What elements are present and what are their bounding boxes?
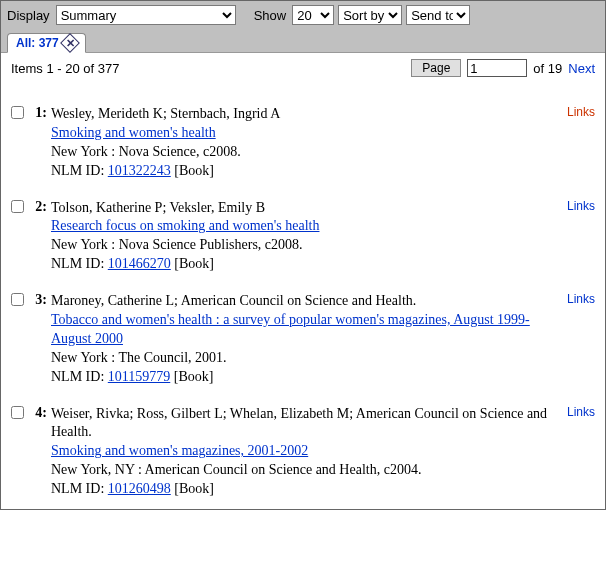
result-title-link[interactable]: Smoking and women's magazines, 2001-2002 [51,443,308,458]
display-select[interactable]: Summary [56,5,236,25]
result-body: Tolson, Katherine P; Veksler, Emily BRes… [51,199,595,275]
result-title-link[interactable]: Smoking and women's health [51,125,216,140]
result-links[interactable]: Links [567,199,595,213]
toolbar: Display Summary Show 20 Sort by Send to [1,1,605,29]
result-item: 1:Wesley, Merideth K; Sternbach, Ingrid … [11,105,595,181]
page-input[interactable] [467,59,527,77]
result-links[interactable]: Links [567,105,595,119]
pin-icon[interactable]: ✕ [60,33,80,53]
result-number: 3: [29,292,51,308]
result-nlm: NLM ID: 101159779 [Book] [51,368,551,387]
result-publisher: New York : Nova Science Publishers, c200… [51,236,551,255]
items-count: Items 1 - 20 of 377 [11,61,119,76]
result-item: 3:Maroney, Catherine L; American Council… [11,292,595,386]
tab-all-label[interactable]: All: 377 [16,36,59,50]
result-authors: Weiser, Rivka; Ross, Gilbert L; Whelan, … [51,405,551,443]
result-body: Wesley, Merideth K; Sternbach, Ingrid AS… [51,105,595,181]
result-authors: Maroney, Catherine L; American Council o… [51,292,551,311]
result-links[interactable]: Links [567,292,595,306]
result-body: Weiser, Rivka; Ross, Gilbert L; Whelan, … [51,405,595,499]
nlm-label: NLM ID: [51,163,108,178]
next-link[interactable]: Next [568,61,595,76]
page-of: of 19 [533,61,562,76]
sendto-select[interactable]: Send to [406,5,470,25]
results-list: 1:Wesley, Merideth K; Sternbach, Ingrid … [1,83,605,509]
show-label: Show [254,8,287,23]
nlm-id-link[interactable]: 101159779 [108,369,170,384]
result-item: 4:Weiser, Rivka; Ross, Gilbert L; Whelan… [11,405,595,499]
nlm-id-link[interactable]: 101260498 [108,481,171,496]
result-format: [Book] [171,256,214,271]
result-format: [Book] [170,369,213,384]
page-button[interactable]: Page [411,59,461,77]
result-format: [Book] [171,481,214,496]
result-checkbox[interactable] [11,200,24,213]
show-select[interactable]: 20 [292,5,334,25]
result-number: 4: [29,405,51,421]
pager-row: Items 1 - 20 of 377 Page of 19 Next [1,53,605,83]
result-authors: Tolson, Katherine P; Veksler, Emily B [51,199,551,218]
result-authors: Wesley, Merideth K; Sternbach, Ingrid A [51,105,551,124]
result-nlm: NLM ID: 101322243 [Book] [51,162,551,181]
nlm-id-link[interactable]: 101466270 [108,256,171,271]
nlm-label: NLM ID: [51,369,108,384]
result-format: [Book] [171,163,214,178]
result-checkbox[interactable] [11,106,24,119]
result-publisher: New York : Nova Science, c2008. [51,143,551,162]
result-publisher: New York : The Council, 2001. [51,349,551,368]
result-number: 1: [29,105,51,121]
nlm-label: NLM ID: [51,481,108,496]
display-label: Display [7,8,50,23]
result-title-link[interactable]: Tobacco and women's health : a survey of… [51,312,530,346]
result-checkbox[interactable] [11,293,24,306]
result-checkbox[interactable] [11,406,24,419]
result-title-link[interactable]: Research focus on smoking and women's he… [51,218,319,233]
result-nlm: NLM ID: 101260498 [Book] [51,480,551,499]
nlm-label: NLM ID: [51,256,108,271]
result-publisher: New York, NY : American Council on Scien… [51,461,551,480]
result-links[interactable]: Links [567,405,595,419]
result-item: 2:Tolson, Katherine P; Veksler, Emily BR… [11,199,595,275]
sortby-select[interactable]: Sort by [338,5,402,25]
tab-bar: All: 377 ✕ [1,29,605,53]
result-body: Maroney, Catherine L; American Council o… [51,292,595,386]
nlm-id-link[interactable]: 101322243 [108,163,171,178]
result-nlm: NLM ID: 101466270 [Book] [51,255,551,274]
result-number: 2: [29,199,51,215]
tab-all[interactable]: All: 377 ✕ [7,33,86,53]
